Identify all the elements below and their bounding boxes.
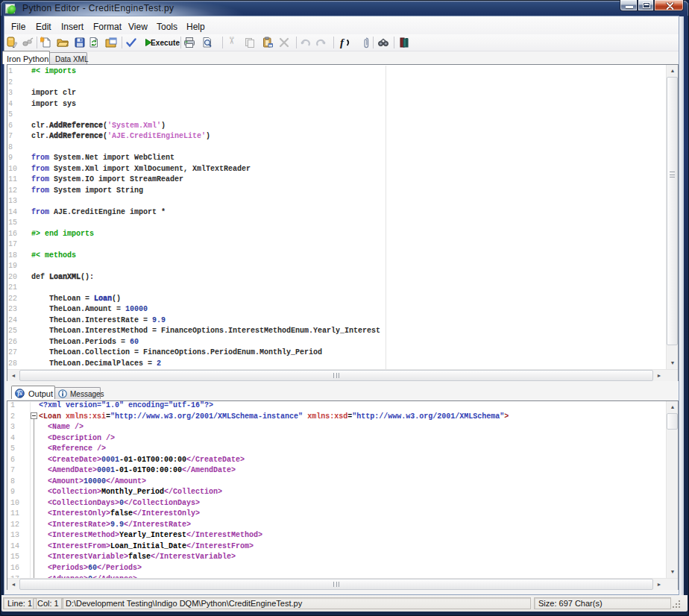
svg-text:fx: fx: [17, 390, 22, 397]
svg-text:f: f: [340, 37, 345, 48]
